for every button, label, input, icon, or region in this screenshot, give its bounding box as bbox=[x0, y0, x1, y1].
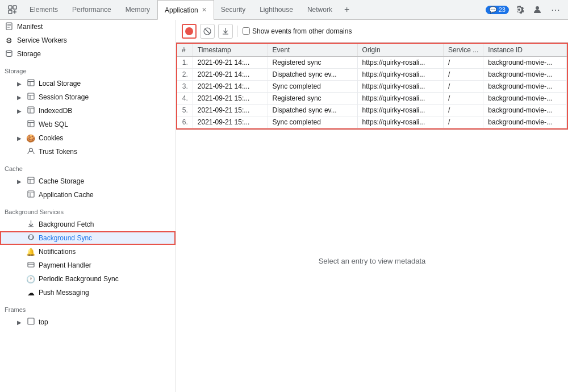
svg-rect-14 bbox=[28, 93, 34, 99]
sidebar-item-top-frame[interactable]: ▶ top bbox=[0, 315, 176, 329]
session-storage-icon bbox=[26, 93, 35, 102]
indexeddb-icon bbox=[26, 106, 35, 115]
trust-tokens-icon bbox=[26, 147, 35, 156]
cell-origin: https://quirky-rosali... bbox=[357, 116, 443, 128]
table-wrapper: # Timestamp Event Origin Service ... Ins… bbox=[176, 43, 568, 130]
table-header-row: # Timestamp Event Origin Service ... Ins… bbox=[177, 44, 567, 57]
storage-icon bbox=[5, 49, 14, 59]
sidebar-item-indexeddb[interactable]: ▶ IndexedDB bbox=[0, 104, 176, 118]
svg-point-10 bbox=[6, 50, 12, 52]
table-row[interactable]: 2. 2021-09-21 14:... Dispatched sync ev.… bbox=[177, 69, 567, 81]
show-other-domains-label[interactable]: Show events from other domains bbox=[243, 27, 352, 35]
sidebar-item-service-workers[interactable]: ⚙ Service Workers bbox=[0, 34, 176, 47]
cell-timestamp: 2021-09-21 14:... bbox=[193, 57, 268, 69]
badge-icon: 💬 bbox=[489, 6, 497, 14]
background-fetch-icon bbox=[26, 220, 35, 229]
user-button[interactable] bbox=[529, 2, 545, 18]
cell-instance: background-movie-... bbox=[483, 105, 567, 116]
tab-application[interactable]: Application ✕ bbox=[157, 0, 214, 20]
table-row[interactable]: 1. 2021-09-21 14:... Registered sync htt… bbox=[177, 57, 567, 69]
sidebar-item-application-cache[interactable]: ▶ Application Cache bbox=[0, 188, 176, 202]
clear-button[interactable] bbox=[200, 24, 215, 39]
sidebar-item-background-fetch[interactable]: ▶ Background Fetch bbox=[0, 218, 176, 231]
svg-rect-32 bbox=[28, 262, 34, 267]
svg-point-5 bbox=[536, 6, 539, 10]
col-instance[interactable]: Instance ID bbox=[483, 44, 567, 57]
expand-arrow: ▶ bbox=[16, 80, 23, 87]
more-button[interactable]: ⋯ bbox=[548, 2, 563, 18]
toolbar-divider bbox=[237, 26, 238, 37]
show-other-domains-checkbox[interactable] bbox=[243, 27, 250, 35]
tab-network[interactable]: Network bbox=[300, 0, 340, 20]
cell-num: 4. bbox=[177, 93, 193, 105]
tab-memory[interactable]: Memory bbox=[119, 0, 157, 20]
bottom-panel-text: Select an entry to view metadata bbox=[319, 257, 426, 265]
table-row[interactable]: 6. 2021-09-21 15:... Sync completed http… bbox=[177, 116, 567, 128]
tab-close-application[interactable]: ✕ bbox=[202, 6, 207, 14]
cell-event: Sync completed bbox=[268, 116, 357, 128]
cell-num: 5. bbox=[177, 105, 193, 116]
table-row[interactable]: 3. 2021-09-21 14:... Sync completed http… bbox=[177, 81, 567, 93]
badge-count: 23 bbox=[499, 6, 506, 13]
svg-rect-27 bbox=[28, 191, 34, 197]
record-button[interactable] bbox=[182, 24, 197, 39]
main-layout: Manifest ⚙ Service Workers Storage Stora… bbox=[0, 20, 568, 392]
sidebar-item-storage-top[interactable]: Storage bbox=[0, 47, 176, 61]
expand-arrow: ▶ bbox=[16, 319, 23, 326]
col-event[interactable]: Event bbox=[268, 44, 357, 57]
sidebar-item-push-messaging[interactable]: ▶ ☁ Push Messaging bbox=[0, 286, 176, 299]
svg-rect-17 bbox=[28, 107, 34, 113]
sidebar-item-web-sql[interactable]: ▶ Web SQL bbox=[0, 118, 176, 131]
sidebar-item-notifications[interactable]: ▶ 🔔 Notifications bbox=[0, 245, 176, 258]
sidebar-item-cookies[interactable]: ▶ 🍪 Cookies bbox=[0, 131, 176, 145]
col-origin[interactable]: Origin bbox=[357, 44, 443, 57]
expand-arrow: ▶ bbox=[16, 94, 23, 101]
cell-event: Sync completed bbox=[268, 81, 357, 93]
web-sql-icon bbox=[26, 120, 35, 129]
data-table: # Timestamp Event Origin Service ... Ins… bbox=[177, 44, 567, 128]
cache-section-label: Cache bbox=[0, 159, 176, 174]
cell-event: Registered sync bbox=[268, 93, 357, 105]
sidebar-item-trust-tokens[interactable]: ▶ Trust Tokens bbox=[0, 145, 176, 159]
settings-button[interactable] bbox=[511, 2, 527, 18]
push-messaging-icon: ☁ bbox=[26, 289, 35, 297]
svg-rect-24 bbox=[28, 177, 34, 184]
sidebar-item-manifest[interactable]: Manifest bbox=[0, 20, 176, 34]
cell-instance: background-movie-... bbox=[483, 81, 567, 93]
tab-lighthouse[interactable]: Lighthouse bbox=[253, 0, 300, 20]
sidebar-item-local-storage[interactable]: ▶ Local Storage bbox=[0, 77, 176, 90]
bottom-panel: Select an entry to view metadata bbox=[176, 130, 568, 392]
table-row[interactable]: 5. 2021-09-21 15:... Dispatched sync ev.… bbox=[177, 105, 567, 116]
cell-num: 2. bbox=[177, 69, 193, 81]
sidebar-item-cache-storage[interactable]: ▶ Cache Storage bbox=[0, 174, 176, 188]
sidebar-item-background-sync[interactable]: ▶ Background Sync bbox=[0, 231, 176, 245]
col-timestamp[interactable]: Timestamp bbox=[193, 44, 268, 57]
cookies-icon: 🍪 bbox=[26, 134, 35, 143]
cell-event: Dispatched sync ev... bbox=[268, 69, 357, 81]
sidebar-item-session-storage[interactable]: ▶ Session Storage bbox=[0, 90, 176, 104]
application-cache-icon bbox=[26, 190, 35, 199]
cell-origin: https://quirky-rosali... bbox=[357, 57, 443, 69]
sidebar-item-periodic-background-sync[interactable]: ▶ 🕐 Periodic Background Sync bbox=[0, 272, 176, 286]
cache-storage-icon bbox=[26, 177, 35, 186]
cell-service: / bbox=[443, 116, 483, 128]
expand-arrow: ▶ bbox=[16, 135, 23, 141]
col-service[interactable]: Service ... bbox=[443, 44, 483, 57]
sidebar-item-payment-handler[interactable]: ▶ Payment Handler bbox=[0, 258, 176, 272]
inspect-icon[interactable] bbox=[2, 0, 23, 20]
table-row[interactable]: 4. 2021-09-21 15:... Registered sync htt… bbox=[177, 93, 567, 105]
table-area: # Timestamp Event Origin Service ... Ins… bbox=[176, 43, 568, 392]
tab-elements[interactable]: Elements bbox=[23, 0, 65, 20]
tab-security[interactable]: Security bbox=[214, 0, 253, 20]
svg-rect-0 bbox=[9, 6, 12, 9]
tab-performance[interactable]: Performance bbox=[65, 0, 119, 20]
notification-badge[interactable]: 💬 23 bbox=[486, 6, 509, 14]
table-body: 1. 2021-09-21 14:... Registered sync htt… bbox=[177, 57, 567, 128]
add-tab-button[interactable]: + bbox=[340, 0, 354, 20]
cell-service: / bbox=[443, 93, 483, 105]
cell-timestamp: 2021-09-21 15:... bbox=[193, 116, 268, 128]
download-button[interactable] bbox=[218, 24, 233, 39]
storage-section-label: Storage bbox=[0, 61, 176, 77]
cell-timestamp: 2021-09-21 15:... bbox=[193, 105, 268, 116]
cell-origin: https://quirky-rosali... bbox=[357, 93, 443, 105]
